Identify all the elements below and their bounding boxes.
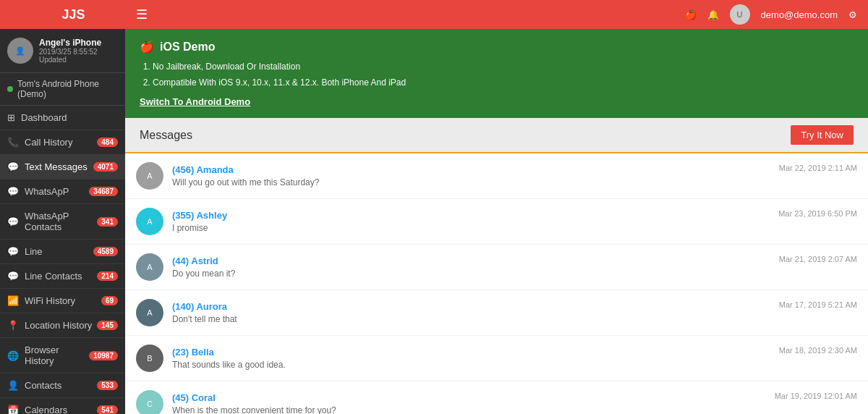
msg-name: (140) Aurora [172,301,772,312]
main-layout: 👤 Angel's iPhone 2019/3/25 8:55:52 Updat… [0,29,868,414]
dashboard-icon: ⊞ [7,112,15,123]
sidebar-label-location-history: Location History [25,320,92,331]
badge-browser-history: 10987 [89,351,118,360]
msg-avatar: A [136,162,163,190]
msg-avatar: A [136,253,163,281]
sidebar-label-line: Line [25,246,43,257]
msg-avatar: A [136,208,163,235]
apple-banner-icon: 🍎 [140,40,154,54]
banner-point-1: No Jailbreak, Download Or Installation [153,59,854,75]
msg-avatar: C [136,390,163,414]
header-right-icons: 🍎 🔔 U demo@demo.com ⚙ [685,4,857,25]
msg-name: (44) Astrid [172,255,772,266]
content-area: 🍎 iOS Demo No Jailbreak, Download Or Ins… [125,29,868,414]
msg-body: (23) Bella That sounds like a good idea. [172,347,772,370]
msg-body: (44) Astrid Do you mean it? [172,255,772,279]
message-item[interactable]: A (44) Astrid Do you mean it? Mar 21, 20… [125,245,868,290]
banner-title-text: iOS Demo [160,41,215,54]
sidebar-item-text-messages[interactable]: 💬 Text Messages 4071 [0,155,125,179]
sidebar-item-contacts[interactable]: 👤 Contacts 533 [0,373,125,398]
sidebar-item-whatsapp[interactable]: 💬 WhatsApP 34687 [0,179,125,204]
messages-header: Messages Try It Now [125,118,868,153]
avatar: 👤 [7,38,33,64]
msg-preview: Do you mean it? [172,269,772,279]
msg-preview: Will you go out with me this Saturday? [172,177,772,187]
switch-to-android-link[interactable]: Switch To Android Demo [140,96,250,107]
badge-location-history: 145 [97,321,118,330]
msg-date: Mar 18, 2019 2:30 AM [779,346,857,355]
message-list: A (456) Amanda Will you go out with me t… [125,153,868,414]
msg-date: Mar 23, 2019 6:50 PM [778,209,857,218]
sidebar: 👤 Angel's iPhone 2019/3/25 8:55:52 Updat… [0,29,125,414]
badge-line-contacts: 214 [97,271,118,281]
badge-whatsapp-contacts: 341 [97,217,118,227]
sidebar-item-calendars[interactable]: 📅 Calendars 541 [0,398,125,414]
sidebar-item-whatsapp-contacts[interactable]: 💬 WhatsApP Contacts 341 [0,204,125,240]
msg-preview: That sounds like a good idea. [172,360,772,370]
badge-call-history: 484 [97,138,118,147]
badge-contacts: 533 [97,381,118,390]
wifi-history-icon: 📶 [7,295,19,306]
sidebar-label-text-messages: Text Messages [25,161,88,172]
sidebar-item-call-history[interactable]: 📞 Call History 484 [0,130,125,155]
online-dot [7,86,13,92]
msg-name: (45) Coral [172,392,767,403]
try-it-now-button[interactable]: Try It Now [791,125,854,145]
hamburger-icon[interactable]: ☰ [136,7,148,22]
sidebar-label-whatsapp: WhatsApP [25,186,69,197]
badge-text-messages: 4071 [93,162,118,172]
msg-date: Mar 22, 2019 2:11 AM [779,164,857,172]
msg-avatar: B [136,345,163,372]
msg-preview: Don't tell me that [172,314,772,324]
calendars-icon: 📅 [7,405,19,414]
sidebar-label-contacts: Contacts [25,380,61,391]
user-email: demo@demo.com [761,9,838,20]
badge-wifi-history: 69 [101,296,118,305]
line-icon: 💬 [7,246,19,257]
msg-body: (140) Aurora Don't tell me that [172,301,772,324]
msg-name: (23) Bella [172,347,772,358]
badge-whatsapp: 34687 [89,187,118,196]
msg-name: (456) Amanda [172,164,772,175]
top-header: JJS ☰ 🍎 🔔 U demo@demo.com ⚙ [0,0,868,29]
msg-preview: I promise [172,223,771,233]
network-icon: ⚙ [848,9,857,20]
sidebar-item-dashboard[interactable]: ⊞ Dashboard [0,106,125,130]
message-item[interactable]: A (456) Amanda Will you go out with me t… [125,153,868,199]
sidebar-android-device[interactable]: Tom's Android Phone (Demo) [0,73,125,106]
browser-history-icon: 🌐 [7,350,19,361]
msg-body: (355) Ashley I promise [172,210,771,233]
msg-body: (456) Amanda Will you go out with me thi… [172,164,772,187]
sidebar-item-line[interactable]: 💬 Line 4589 [0,240,125,264]
sidebar-label-whatsapp-contacts: WhatsApP Contacts [25,211,97,232]
messages-title: Messages [140,129,192,142]
text-messages-icon: 💬 [7,161,19,172]
sidebar-item-wifi-history[interactable]: 📶 WiFi History 69 [0,289,125,313]
location-history-icon: 📍 [7,320,19,331]
banner-point-2: Compatible With iOS 9.x, 10.x, 11.x & 12… [153,75,854,91]
sidebar-profile: 👤 Angel's iPhone 2019/3/25 8:55:52 Updat… [0,29,125,73]
msg-body: (45) Coral When is the most convenient t… [172,392,767,414]
message-item[interactable]: A (355) Ashley I promise Mar 23, 2019 6:… [125,199,868,245]
bell-icon: 🔔 [707,9,719,20]
contacts-icon: 👤 [7,380,19,391]
sidebar-label-wifi-history: WiFi History [25,295,75,306]
sidebar-nav: ⊞ Dashboard 📞 Call History 484 💬 Text Me… [0,106,125,414]
sidebar-item-location-history[interactable]: 📍 Location History 145 [0,313,125,338]
call-history-icon: 📞 [7,137,19,148]
sidebar-item-line-contacts[interactable]: 💬 Line Contacts 214 [0,264,125,289]
banner-title: 🍎 iOS Demo [140,40,854,54]
msg-date: Mar 19, 2019 12:01 AM [775,392,857,400]
banner-points: No Jailbreak, Download Or Installation C… [153,59,854,90]
msg-preview: When is the most convenient time for you… [172,405,767,414]
message-item[interactable]: C (45) Coral When is the most convenient… [125,381,868,414]
sidebar-label-line-contacts: Line Contacts [25,271,82,282]
whatsapp-contacts-icon: 💬 [7,216,19,227]
badge-calendars: 541 [97,405,118,414]
sidebar-label-dashboard: Dashboard [21,112,67,123]
sidebar-item-browser-history[interactable]: 🌐 Browser History 10987 [0,338,125,373]
message-item[interactable]: B (23) Bella That sounds like a good ide… [125,336,868,381]
ios-banner: 🍎 iOS Demo No Jailbreak, Download Or Ins… [125,29,868,118]
msg-date: Mar 17, 2019 5:21 AM [779,300,857,309]
message-item[interactable]: A (140) Aurora Don't tell me that Mar 17… [125,290,868,336]
